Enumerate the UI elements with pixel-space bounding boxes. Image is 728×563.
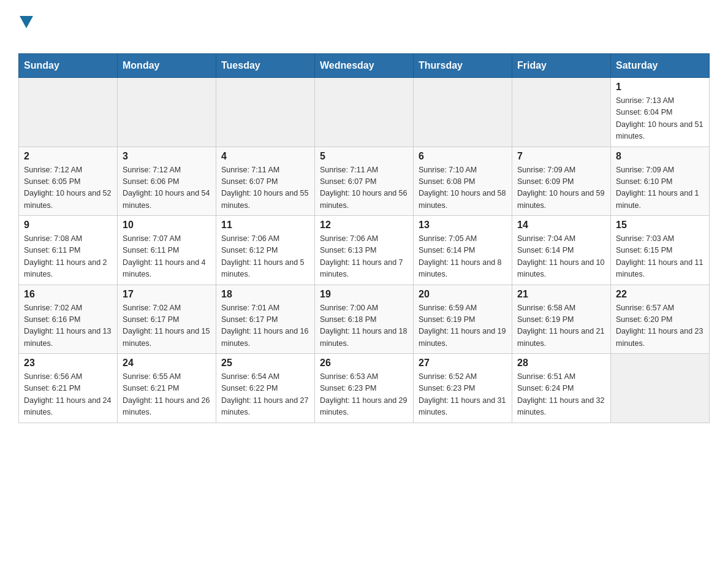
- day-number: 28: [517, 358, 605, 369]
- calendar-cell: 7Sunrise: 7:09 AMSunset: 6:09 PMDaylight…: [512, 147, 611, 216]
- day-info: Sunrise: 7:12 AMSunset: 6:05 PMDaylight:…: [24, 164, 112, 212]
- weekday-wednesday: Wednesday: [315, 54, 414, 78]
- day-info: Sunrise: 7:07 AMSunset: 6:11 PMDaylight:…: [123, 233, 211, 281]
- day-info: Sunrise: 6:54 AMSunset: 6:22 PMDaylight:…: [221, 371, 309, 419]
- day-number: 8: [616, 151, 704, 162]
- day-number: 14: [517, 220, 605, 231]
- calendar-cell: 18Sunrise: 7:01 AMSunset: 6:17 PMDayligh…: [216, 285, 315, 354]
- day-number: 1: [616, 82, 704, 93]
- calendar-cell: 6Sunrise: 7:10 AMSunset: 6:08 PMDaylight…: [414, 147, 512, 216]
- weekday-friday: Friday: [512, 54, 611, 78]
- day-info: Sunrise: 7:06 AMSunset: 6:12 PMDaylight:…: [221, 233, 309, 281]
- day-number: 11: [221, 220, 309, 231]
- weekday-saturday: Saturday: [611, 54, 710, 78]
- day-number: 13: [419, 220, 507, 231]
- calendar-cell: 25Sunrise: 6:54 AMSunset: 6:22 PMDayligh…: [216, 354, 315, 423]
- calendar-cell: 4Sunrise: 7:11 AMSunset: 6:07 PMDaylight…: [216, 147, 315, 216]
- day-number: 12: [320, 220, 408, 231]
- calendar-cell: [414, 78, 512, 147]
- day-info: Sunrise: 7:10 AMSunset: 6:08 PMDaylight:…: [419, 164, 507, 212]
- calendar-cell: 12Sunrise: 7:06 AMSunset: 6:13 PMDayligh…: [315, 216, 414, 285]
- day-number: 26: [320, 358, 408, 369]
- day-info: Sunrise: 7:06 AMSunset: 6:13 PMDaylight:…: [320, 233, 408, 281]
- day-info: Sunrise: 7:02 AMSunset: 6:16 PMDaylight:…: [24, 302, 112, 350]
- calendar-header: SundayMondayTuesdayWednesdayThursdayFrid…: [19, 54, 710, 78]
- day-info: Sunrise: 7:01 AMSunset: 6:17 PMDaylight:…: [221, 302, 309, 350]
- calendar-cell: 14Sunrise: 7:04 AMSunset: 6:14 PMDayligh…: [512, 216, 611, 285]
- day-info: Sunrise: 6:55 AMSunset: 6:21 PMDaylight:…: [123, 371, 211, 419]
- logo-arrow-icon: [20, 16, 33, 28]
- calendar-cell: 10Sunrise: 7:07 AMSunset: 6:11 PMDayligh…: [118, 216, 216, 285]
- calendar-cell: 28Sunrise: 6:51 AMSunset: 6:24 PMDayligh…: [512, 354, 611, 423]
- weekday-monday: Monday: [118, 54, 216, 78]
- day-number: 22: [616, 289, 704, 300]
- calendar-cell: [19, 78, 118, 147]
- weekday-sunday: Sunday: [19, 54, 118, 78]
- calendar-cell: 24Sunrise: 6:55 AMSunset: 6:21 PMDayligh…: [118, 354, 216, 423]
- calendar-cell: 17Sunrise: 7:02 AMSunset: 6:17 PMDayligh…: [118, 285, 216, 354]
- week-row-3: 9Sunrise: 7:08 AMSunset: 6:11 PMDaylight…: [19, 216, 710, 285]
- day-info: Sunrise: 7:08 AMSunset: 6:11 PMDaylight:…: [24, 233, 112, 281]
- weekday-tuesday: Tuesday: [216, 54, 315, 78]
- day-info: Sunrise: 7:09 AMSunset: 6:10 PMDaylight:…: [616, 164, 704, 212]
- calendar-cell: 11Sunrise: 7:06 AMSunset: 6:12 PMDayligh…: [216, 216, 315, 285]
- calendar-cell: 13Sunrise: 7:05 AMSunset: 6:14 PMDayligh…: [414, 216, 512, 285]
- calendar-cell: 9Sunrise: 7:08 AMSunset: 6:11 PMDaylight…: [19, 216, 118, 285]
- day-number: 10: [123, 220, 211, 231]
- day-info: Sunrise: 7:05 AMSunset: 6:14 PMDaylight:…: [419, 233, 507, 281]
- day-number: 15: [616, 220, 704, 231]
- day-info: Sunrise: 6:58 AMSunset: 6:19 PMDaylight:…: [517, 302, 605, 350]
- day-number: 17: [123, 289, 211, 300]
- day-number: 20: [419, 289, 507, 300]
- day-number: 3: [123, 151, 211, 162]
- day-info: Sunrise: 6:52 AMSunset: 6:23 PMDaylight:…: [419, 371, 507, 419]
- day-info: Sunrise: 7:11 AMSunset: 6:07 PMDaylight:…: [320, 164, 408, 212]
- calendar-cell: 8Sunrise: 7:09 AMSunset: 6:10 PMDaylight…: [611, 147, 710, 216]
- week-row-4: 16Sunrise: 7:02 AMSunset: 6:16 PMDayligh…: [19, 285, 710, 354]
- day-number: 6: [419, 151, 507, 162]
- day-number: 27: [419, 358, 507, 369]
- calendar-cell: [315, 78, 414, 147]
- calendar-body: 1Sunrise: 7:13 AMSunset: 6:04 PMDaylight…: [19, 78, 710, 423]
- calendar-table: SundayMondayTuesdayWednesdayThursdayFrid…: [18, 53, 710, 423]
- day-number: 21: [517, 289, 605, 300]
- calendar-cell: 5Sunrise: 7:11 AMSunset: 6:07 PMDaylight…: [315, 147, 414, 216]
- calendar-cell: 20Sunrise: 6:59 AMSunset: 6:19 PMDayligh…: [414, 285, 512, 354]
- calendar-cell: 15Sunrise: 7:03 AMSunset: 6:15 PMDayligh…: [611, 216, 710, 285]
- calendar-cell: 19Sunrise: 7:00 AMSunset: 6:18 PMDayligh…: [315, 285, 414, 354]
- day-info: Sunrise: 7:03 AMSunset: 6:15 PMDaylight:…: [616, 233, 704, 281]
- calendar-cell: [118, 78, 216, 147]
- day-number: 7: [517, 151, 605, 162]
- logo: [18, 12, 33, 47]
- day-info: Sunrise: 6:59 AMSunset: 6:19 PMDaylight:…: [419, 302, 507, 350]
- day-info: Sunrise: 6:57 AMSunset: 6:20 PMDaylight:…: [616, 302, 704, 350]
- day-info: Sunrise: 7:12 AMSunset: 6:06 PMDaylight:…: [123, 164, 211, 212]
- day-info: Sunrise: 6:53 AMSunset: 6:23 PMDaylight:…: [320, 371, 408, 419]
- day-number: 23: [24, 358, 112, 369]
- week-row-2: 2Sunrise: 7:12 AMSunset: 6:05 PMDaylight…: [19, 147, 710, 216]
- day-number: 2: [24, 151, 112, 162]
- day-number: 5: [320, 151, 408, 162]
- day-number: 19: [320, 289, 408, 300]
- day-info: Sunrise: 7:02 AMSunset: 6:17 PMDaylight:…: [123, 302, 211, 350]
- day-info: Sunrise: 7:09 AMSunset: 6:09 PMDaylight:…: [517, 164, 605, 212]
- day-number: 18: [221, 289, 309, 300]
- day-info: Sunrise: 7:04 AMSunset: 6:14 PMDaylight:…: [517, 233, 605, 281]
- day-number: 25: [221, 358, 309, 369]
- calendar-cell: 21Sunrise: 6:58 AMSunset: 6:19 PMDayligh…: [512, 285, 611, 354]
- calendar-cell: [216, 78, 315, 147]
- day-info: Sunrise: 7:11 AMSunset: 6:07 PMDaylight:…: [221, 164, 309, 212]
- day-info: Sunrise: 6:56 AMSunset: 6:21 PMDaylight:…: [24, 371, 112, 419]
- page-header: [18, 12, 710, 47]
- calendar-cell: 2Sunrise: 7:12 AMSunset: 6:05 PMDaylight…: [19, 147, 118, 216]
- day-number: 4: [221, 151, 309, 162]
- calendar-cell: [512, 78, 611, 147]
- day-info: Sunrise: 7:13 AMSunset: 6:04 PMDaylight:…: [616, 95, 704, 143]
- calendar-cell: 23Sunrise: 6:56 AMSunset: 6:21 PMDayligh…: [19, 354, 118, 423]
- calendar-cell: 26Sunrise: 6:53 AMSunset: 6:23 PMDayligh…: [315, 354, 414, 423]
- calendar-cell: 22Sunrise: 6:57 AMSunset: 6:20 PMDayligh…: [611, 285, 710, 354]
- calendar-cell: 16Sunrise: 7:02 AMSunset: 6:16 PMDayligh…: [19, 285, 118, 354]
- calendar-cell: 1Sunrise: 7:13 AMSunset: 6:04 PMDaylight…: [611, 78, 710, 147]
- week-row-1: 1Sunrise: 7:13 AMSunset: 6:04 PMDaylight…: [19, 78, 710, 147]
- weekday-thursday: Thursday: [414, 54, 512, 78]
